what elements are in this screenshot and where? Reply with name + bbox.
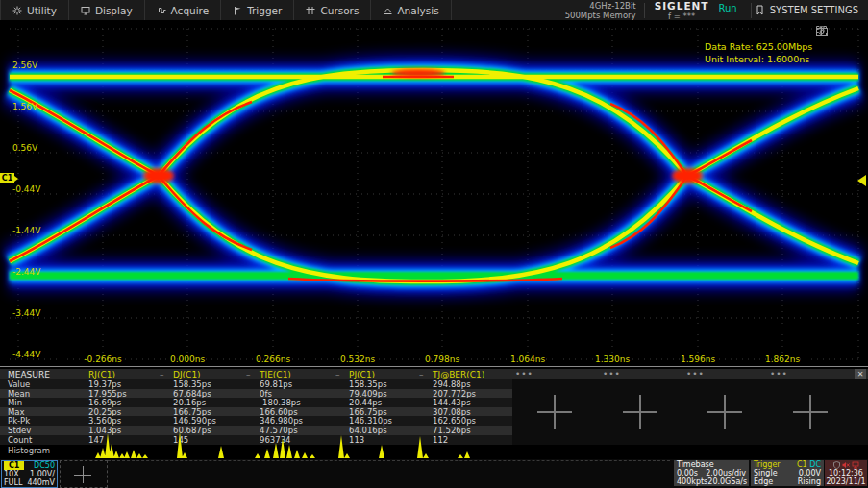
eye-measurement-info: Data Rate: 625.00Mbps Unit Interval: 1.6… bbox=[705, 40, 812, 65]
measure-row: Stdev1.043ps60.687ps47.570ps64.016ps71.5… bbox=[0, 426, 512, 435]
menu-item-analysis[interactable]: Analysis bbox=[371, 0, 451, 20]
add-measurement-button[interactable] bbox=[707, 395, 742, 429]
measure-value: 79.409ps bbox=[349, 389, 387, 399]
column-collapse-dash[interactable]: – bbox=[335, 370, 340, 379]
channel-offset: 440mV bbox=[27, 478, 55, 487]
trigger-level: 0.00V bbox=[799, 469, 821, 477]
hw-memory: 500Mpts Memory bbox=[565, 11, 636, 20]
measure-row-label: Count bbox=[8, 435, 32, 445]
measure-value: 147 bbox=[88, 435, 104, 445]
topbar-right: 4GHz-12Bit 500Mpts Memory SIGLENT f = **… bbox=[558, 0, 868, 20]
timebase-sample-rate: 20.0GSa/s bbox=[707, 477, 747, 486]
measure-value: 166.75ps bbox=[173, 407, 211, 417]
y-axis-label: -4.44V bbox=[12, 350, 40, 359]
trigger-box[interactable]: Trigger C1 DC Single0.00V EdgeRising bbox=[751, 460, 824, 486]
menu-item-utility[interactable]: Utility bbox=[0, 0, 69, 20]
bottom-status-bar: C1DC50 10X1.00V/ FULL440mV Timebase 0.00… bbox=[0, 459, 868, 488]
measure-column-header[interactable]: DJ(C1) bbox=[173, 370, 201, 379]
measure-value: 207.772ps bbox=[433, 389, 476, 399]
menu-item-acquire[interactable]: Acquire bbox=[145, 0, 222, 20]
measure-value: 146.590ps bbox=[173, 416, 216, 426]
measure-value: 346.980ps bbox=[260, 416, 303, 426]
shield-icon bbox=[833, 461, 840, 469]
measure-row-label: Value bbox=[8, 379, 30, 389]
measure-value: 166.60ps bbox=[260, 407, 298, 417]
measure-column-header[interactable]: TJ@BER(C1) bbox=[433, 370, 484, 379]
empty-column-menu[interactable]: ••• bbox=[603, 369, 621, 378]
x-axis-label: 1.064ns bbox=[510, 354, 545, 364]
hw-bandwidth: 4GHz-12Bit bbox=[565, 1, 636, 11]
measure-value: 60.687ps bbox=[173, 426, 211, 435]
menu-item-cursors[interactable]: Cursors bbox=[294, 0, 371, 20]
unit-interval-label: Unit Interval: 1.6000ns bbox=[705, 53, 812, 65]
measure-row: Value19.37ps158.35ps69.81ps158.35ps294.8… bbox=[0, 379, 512, 389]
timebase-box[interactable]: Timebase 0.00s2.00us/div 400kpts20.0GSa/… bbox=[674, 460, 749, 486]
measure-row-label: Pk-Pk bbox=[8, 416, 30, 426]
speaker-icon[interactable] bbox=[816, 26, 827, 36]
plus-icon bbox=[74, 466, 91, 483]
measure-column-header[interactable]: PJ(C1) bbox=[349, 370, 375, 379]
menu-item-label: Cursors bbox=[320, 5, 359, 16]
column-collapse-dash[interactable]: – bbox=[419, 370, 424, 379]
menu-item-display[interactable]: Display bbox=[69, 0, 145, 20]
measure-value: 64.016ps bbox=[349, 426, 387, 435]
measure-value: 71.526ps bbox=[433, 426, 471, 435]
network-error-icon bbox=[852, 461, 859, 469]
measure-value: 112 bbox=[433, 435, 448, 445]
add-measurement-button[interactable] bbox=[623, 395, 657, 429]
cursors-icon bbox=[306, 6, 315, 15]
measure-value: -180.38ps bbox=[260, 398, 301, 407]
channel-offset-marker[interactable]: C1 bbox=[0, 173, 14, 183]
measure-row-label: Min bbox=[8, 398, 22, 407]
empty-column-menu[interactable]: ••• bbox=[515, 369, 533, 378]
measure-header-row: MEASURE ✕ RJ(C1)DJ(C1)TIE(C1)PJ(C1)TJ@BE… bbox=[0, 369, 868, 379]
measure-value: 16.69ps bbox=[88, 398, 121, 407]
run-state-indicator[interactable]: Run bbox=[719, 3, 751, 13]
trigger-level-marker[interactable] bbox=[857, 175, 866, 186]
column-collapse-dash[interactable]: – bbox=[246, 370, 251, 379]
flag-icon bbox=[233, 6, 242, 15]
menu-item-label: Utility bbox=[27, 5, 57, 16]
measure-value: 162.650ps bbox=[433, 416, 476, 426]
system-settings-label: SYSTEM SETTINGS bbox=[770, 5, 858, 15]
measure-column-header[interactable]: RJ(C1) bbox=[88, 370, 115, 379]
add-channel-slot[interactable] bbox=[60, 460, 108, 488]
measure-value: 113 bbox=[349, 435, 364, 445]
add-measurement-button[interactable] bbox=[537, 395, 572, 429]
datetime-box: 10:12:36 2023/11/1 bbox=[825, 460, 867, 486]
empty-column-menu[interactable]: ••• bbox=[770, 369, 788, 378]
brand-name: SIGLENT bbox=[655, 0, 709, 12]
x-axis-label: 1.862ns bbox=[765, 354, 800, 364]
menu-item-trigger[interactable]: Trigger bbox=[221, 0, 294, 20]
system-settings-button[interactable]: SYSTEM SETTINGS bbox=[752, 5, 868, 15]
channel-scale: 1.00V/ bbox=[30, 470, 55, 478]
y-axis-label: -1.44V bbox=[12, 226, 40, 235]
measure-value: 1.043ps bbox=[88, 426, 121, 435]
measure-row: Max20.25ps166.75ps166.60ps166.75ps307.08… bbox=[0, 407, 512, 417]
waveform-display-area[interactable]: Data Rate: 625.00Mbps Unit Interval: 1.6… bbox=[0, 21, 868, 369]
measure-row: Pk-Pk3.560ps146.590ps346.980ps146.310ps1… bbox=[0, 416, 512, 426]
measure-value: 166.75ps bbox=[349, 407, 387, 417]
close-measure-button[interactable]: ✕ bbox=[855, 369, 866, 379]
timebase-title: Timebase bbox=[677, 460, 714, 469]
measure-column-header[interactable]: TIE(C1) bbox=[260, 370, 291, 379]
channel-probe: 10X bbox=[4, 470, 19, 478]
y-axis-label: 1.56V bbox=[12, 102, 37, 111]
histogram-label: Histogram bbox=[8, 446, 50, 455]
menu-item-label: Display bbox=[95, 5, 133, 16]
measure-value: 158.35ps bbox=[349, 379, 387, 389]
x-axis-label: 0.798ns bbox=[425, 354, 459, 364]
measure-panel: MEASURE ✕ RJ(C1)DJ(C1)TIE(C1)PJ(C1)TJ@BE… bbox=[0, 369, 868, 445]
channel-bandwidth: FULL bbox=[4, 478, 22, 487]
x-axis-label: 0.266ns bbox=[256, 354, 290, 364]
measure-value: 20.16ps bbox=[173, 398, 206, 407]
measure-value: 0fs bbox=[260, 389, 272, 399]
column-collapse-dash[interactable]: – bbox=[160, 370, 164, 379]
channel-c1-box[interactable]: C1DC50 10X1.00V/ FULL440mV bbox=[1, 460, 58, 488]
y-axis-label: -2.44V bbox=[12, 267, 40, 277]
empty-column-menu[interactable]: ••• bbox=[686, 369, 705, 378]
trigger-source-coupling: DC bbox=[809, 460, 821, 469]
add-measurement-button[interactable] bbox=[793, 395, 828, 429]
timebase-scale: 2.00us/div bbox=[706, 469, 746, 477]
trigger-mode: Single bbox=[754, 469, 778, 477]
